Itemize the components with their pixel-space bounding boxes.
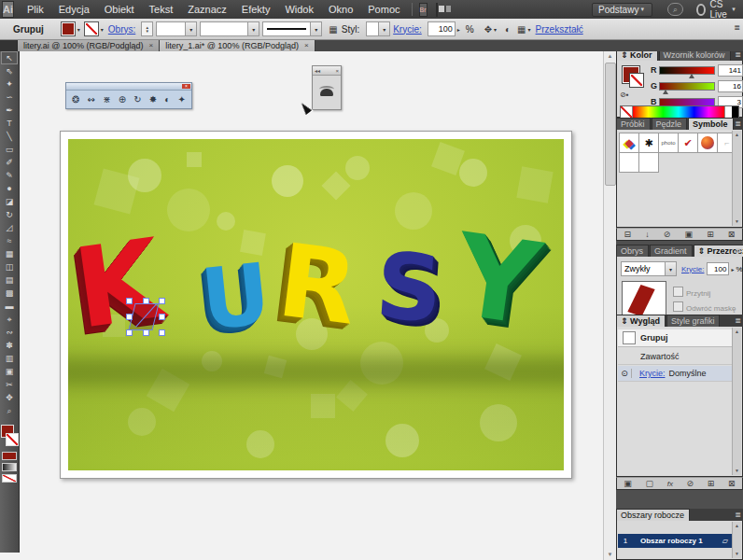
scroll-down-icon[interactable]: ▼ <box>733 217 741 226</box>
slider-marker[interactable] <box>663 90 668 94</box>
channel-slider-r[interactable] <box>659 66 715 75</box>
color-stroke-swatch[interactable] <box>629 73 644 88</box>
floating-panel-titlebar[interactable]: ◂◂ × <box>313 66 341 76</box>
tool-pencil[interactable]: ✎ <box>1 169 18 182</box>
tool-pen[interactable]: ✒ <box>1 104 18 117</box>
spinner-icon[interactable]: ▸ <box>731 266 734 273</box>
tool-magic-wand[interactable]: ✦ <box>1 77 18 91</box>
transform-link[interactable]: Przekształć <box>536 24 583 35</box>
stroke-link[interactable]: Obrys: <box>108 24 135 35</box>
tool-rotate[interactable]: ↻ <box>1 208 18 221</box>
graphic-style-dropdown[interactable]: ▾ <box>366 21 390 36</box>
artwork-letter-s[interactable]: S <box>373 240 445 336</box>
toolbar-titlebar[interactable]: × <box>66 83 191 91</box>
menu-pomoc[interactable]: Pomoc <box>360 4 407 15</box>
chevron-down-icon[interactable]: ▾ <box>247 22 259 35</box>
brush-definition-dropdown[interactable]: ▾ <box>200 21 259 36</box>
panel-menu-icon[interactable]: ≣ <box>735 246 741 255</box>
symbol-thumb-empty[interactable] <box>638 152 659 173</box>
menu-okno[interactable]: Okno <box>321 4 360 15</box>
appearance-opacity-link[interactable]: Krycie: <box>639 369 666 378</box>
new-symbol-icon[interactable]: ⊞ <box>707 230 714 239</box>
black-swatch[interactable] <box>732 106 738 118</box>
stroke-color-swatch[interactable] <box>84 21 99 36</box>
appearance-row-opacity[interactable]: ⊙ Krycie: Domyślne <box>618 366 732 382</box>
selection-handle[interactable] <box>159 298 165 304</box>
tab-style-grafiki[interactable]: Style grafiki <box>666 315 721 327</box>
scroll-up-icon[interactable]: ▲ <box>733 522 741 530</box>
symbol-shifter-icon[interactable]: ↭ <box>88 94 95 105</box>
add-effect-icon[interactable]: fx <box>667 480 673 488</box>
stroke-weight-stepper[interactable]: ▴▾ <box>141 21 153 36</box>
place-symbol-icon[interactable]: ↓ <box>645 230 650 239</box>
chevron-down-icon[interactable]: ▾ <box>494 26 497 33</box>
control-bar-menu-icon[interactable]: ≣ <box>734 23 740 32</box>
artboards-scrollbar[interactable]: ▲ ▼ <box>732 522 741 558</box>
profile-icon[interactable]: ▦ <box>329 24 337 35</box>
canvas-vertical-scrollbar[interactable]: ▲ ▼ <box>603 51 616 560</box>
tool-direct-selection[interactable]: ⇖ <box>1 64 18 77</box>
slider-marker[interactable] <box>689 74 694 78</box>
symbol-screener-icon[interactable]: ◐ <box>164 94 170 105</box>
chevron-down-icon[interactable]: ▾ <box>77 26 80 33</box>
close-icon[interactable]: × <box>335 68 339 74</box>
tab-gradient[interactable]: Gradient <box>650 245 693 257</box>
tool-lasso[interactable]: ∽ <box>1 91 18 104</box>
floating-tool-panel[interactable]: ◂◂ × <box>312 65 342 110</box>
symbol-library-icon[interactable]: ⊟ <box>624 230 632 239</box>
symbol-styler-icon[interactable]: ✦ <box>177 94 185 105</box>
artboard[interactable]: K U R S Y <box>60 131 572 479</box>
chevron-down-icon[interactable]: ▾ <box>665 262 676 275</box>
scroll-down-icon[interactable]: ▼ <box>604 550 616 560</box>
tool-artboard[interactable]: ▣ <box>1 365 18 378</box>
channel-value[interactable]: 16 <box>718 80 743 92</box>
tool-selection[interactable]: ↖ <box>1 51 18 64</box>
menu-tekst[interactable]: Tekst <box>142 4 181 15</box>
workspace-switcher[interactable]: Podstawy ▾ <box>592 3 652 17</box>
symbol-spinner-icon[interactable]: ↻ <box>133 94 141 105</box>
break-link-icon[interactable]: ⊘ <box>664 230 671 239</box>
symbol-thumb-empty[interactable] <box>619 152 639 173</box>
channel-slider-g[interactable] <box>659 82 715 91</box>
opacity-value[interactable]: 100 <box>428 21 456 36</box>
scroll-down-icon[interactable]: ▼ <box>733 467 741 475</box>
symbol-stainer-icon[interactable]: ✸ <box>149 94 157 105</box>
none-swatch[interactable] <box>621 106 633 118</box>
eye-icon[interactable]: ⊙ <box>618 369 632 378</box>
color-spectrum-bar[interactable] <box>620 105 739 119</box>
doc-tab-litery[interactable]: litery.ai @ 100% (RGB/Podgląd) × <box>18 39 160 51</box>
selection-handle[interactable] <box>143 298 149 304</box>
tab-symbole[interactable]: Symbole <box>688 118 734 130</box>
white-swatch[interactable] <box>724 106 732 118</box>
tab-obszary-robocze[interactable]: Obszary robocze <box>616 509 690 521</box>
spectrum-gradient[interactable] <box>633 106 724 118</box>
tool-scale[interactable]: ◿ <box>1 221 18 234</box>
menu-efekty[interactable]: Efekty <box>234 4 278 15</box>
cs-live-button[interactable]: CS Live ▾ <box>696 0 737 20</box>
document-setup-icon[interactable]: ◐ <box>505 24 511 35</box>
clip-checkbox[interactable] <box>673 287 683 297</box>
tab-wyglad[interactable]: ⇕ Wygląd <box>616 315 666 327</box>
artboard-row[interactable]: 1 Obszar roboczy 1 ▱ <box>618 534 732 548</box>
tool-shape-builder[interactable]: ◫ <box>1 260 18 273</box>
fill-stroke-swatches[interactable] <box>1 425 18 449</box>
app-logo[interactable]: Ai <box>2 1 14 18</box>
opacity-link[interactable]: Krycie: <box>393 24 422 35</box>
artwork-letter-r[interactable]: R <box>273 230 363 339</box>
tab-pedzle[interactable]: Pędzle <box>652 118 688 130</box>
symbol-thumb-red-shape[interactable]: ✔ <box>678 133 698 153</box>
symbol-scruncher-icon[interactable]: ⋇ <box>103 94 110 105</box>
appearance-row-content[interactable]: Zawartość <box>618 349 732 365</box>
selection-bounding-box[interactable] <box>128 300 163 333</box>
tool-hand[interactable]: ✥ <box>1 391 18 404</box>
symbol-sprayer-icon[interactable]: ❂ <box>72 94 79 105</box>
tool-blend[interactable]: ∾ <box>1 326 18 339</box>
chevron-down-icon[interactable]: ▾ <box>101 26 104 33</box>
recolor-artwork-icon[interactable]: ▦ <box>517 24 526 35</box>
selection-handle[interactable] <box>159 314 165 320</box>
symbol-sprayer-icon[interactable] <box>319 86 334 97</box>
opacity-link[interactable]: Krycie: <box>681 265 704 273</box>
scroll-up-icon[interactable]: ▲ <box>604 51 616 62</box>
scrollbar-thumb[interactable] <box>605 63 616 186</box>
artwork-letter-y[interactable]: Y <box>449 217 546 342</box>
